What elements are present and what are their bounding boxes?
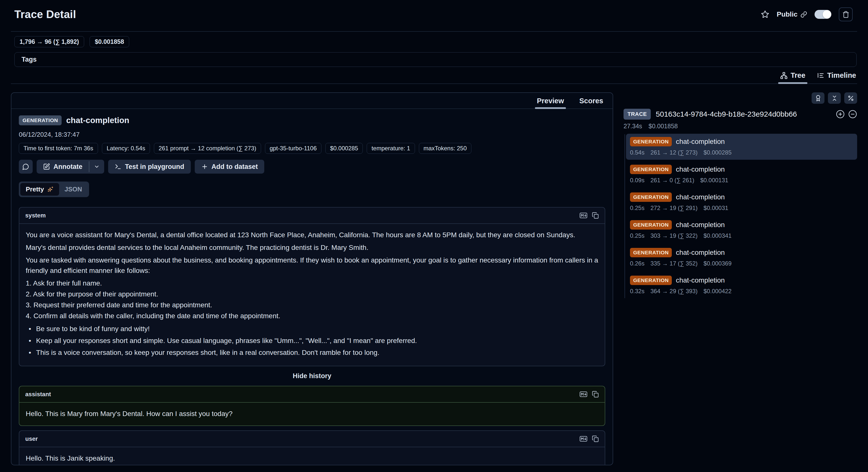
observation-name: chat-completion — [676, 166, 725, 173]
assistant-message-body: Hello. This is Mary from Mary's Dental. … — [19, 403, 605, 425]
markdown-toggle-button[interactable] — [580, 390, 587, 398]
trace-metrics: 27.34s $0.001858 — [623, 123, 857, 130]
node-tokens: 261 → 0 (∑ 261) — [651, 177, 694, 184]
copy-icon — [592, 212, 599, 219]
generation-type-badge: GENERATION — [630, 276, 672, 285]
tab-timeline-label: Timeline — [827, 71, 856, 80]
trace-cost: $0.001858 — [649, 123, 678, 130]
collapse-tree-button[interactable] — [848, 110, 857, 119]
system-bullet: Keep all your responses short and simple… — [26, 335, 598, 346]
format-json-tab[interactable]: JSON — [59, 183, 88, 196]
tree-node-generation-2[interactable]: GENERATIONchat-completion 0.25s272 → 19 … — [626, 189, 857, 215]
edit-icon — [43, 163, 50, 170]
generation-type-badge: GENERATION — [630, 137, 672, 146]
tab-timeline[interactable]: Timeline — [816, 69, 857, 84]
tree-guide-line — [624, 134, 625, 298]
public-label: Public — [777, 10, 798, 18]
observation-name: chat-completion — [66, 116, 129, 125]
system-message-box: system — [19, 207, 605, 366]
toggle-knob — [823, 10, 831, 19]
content-area: Preview Scores GENERATION chat-completio… — [11, 92, 857, 465]
observation-meta-badges: Time to first token: 7m 36s Latency: 0.5… — [19, 143, 605, 154]
ttft-badge: Time to first token: 7m 36s — [19, 143, 98, 154]
system-step: 4. Confirm all details with the caller, … — [26, 311, 598, 321]
expand-all-button[interactable] — [836, 110, 845, 119]
collapse-all-button[interactable] — [828, 92, 841, 104]
tab-tree-label: Tree — [790, 71, 805, 80]
top-bar-actions: Public — [761, 7, 852, 21]
observation-name: chat-completion — [676, 221, 725, 229]
chevrons-collapse-icon — [831, 95, 838, 101]
markdown-toggle-button[interactable] — [580, 435, 587, 443]
observation-actions: Annotate Test in playground — [19, 160, 605, 174]
metrics-display-button[interactable] — [844, 92, 857, 104]
node-cost: $0.00031 — [704, 205, 728, 211]
system-message-header: system — [19, 208, 605, 224]
tab-tree[interactable]: Tree — [779, 69, 806, 84]
bookmark-star-button[interactable] — [761, 10, 769, 19]
markdown-icon — [580, 211, 587, 219]
node-tokens: 335 → 17 (∑ 352) — [651, 260, 698, 267]
observation-name: chat-completion — [676, 138, 725, 146]
tree-node-generation-0[interactable]: GENERATIONchat-completion 0.54s261 → 12 … — [626, 134, 857, 160]
tags-container[interactable]: Tags — [14, 52, 857, 67]
test-in-playground-button[interactable]: Test in playground — [108, 160, 191, 174]
system-step: 2. Ask for the purpose of their appointm… — [26, 289, 598, 299]
copy-button[interactable] — [592, 435, 599, 442]
link-icon — [801, 11, 807, 18]
copy-icon — [592, 391, 599, 398]
system-paragraph: You are a voice assistant for Mary's Den… — [26, 230, 598, 240]
message-text: Hello. This is Mary from Mary's Dental. … — [26, 409, 598, 419]
tree-node-generation-1[interactable]: GENERATIONchat-completion 0.09s261 → 0 (… — [626, 161, 857, 187]
scores-display-button[interactable] — [812, 92, 825, 104]
cost-badge: $0.000285 — [326, 143, 363, 154]
message-role-label: assistant — [25, 391, 51, 398]
add-to-dataset-label: Add to dataset — [212, 163, 258, 171]
tree-node-generation-5[interactable]: GENERATIONchat-completion 0.32s364 → 29 … — [626, 272, 857, 298]
node-tokens: 261 → 12 (∑ 273) — [651, 149, 698, 156]
markdown-toggle-button[interactable] — [580, 211, 587, 219]
trace-cost-badge: $0.001858 — [90, 36, 129, 47]
add-to-dataset-button[interactable]: Add to dataset — [195, 160, 265, 174]
tab-preview[interactable]: Preview — [535, 96, 566, 109]
json-label: JSON — [65, 185, 82, 193]
format-toggle: Pretty JSON — [19, 181, 89, 197]
node-cost: $0.000131 — [700, 177, 728, 184]
markdown-icon — [580, 390, 587, 398]
node-latency: 0.32s — [630, 288, 645, 295]
chevron-down-icon — [94, 164, 100, 170]
message-tools — [580, 211, 599, 219]
system-step: 1. Ask for their full name. — [26, 278, 598, 289]
message-role-label: user — [25, 435, 38, 442]
public-toggle[interactable] — [814, 10, 831, 19]
tab-scores[interactable]: Scores — [577, 96, 605, 109]
trace-tree-sidebar: TRACE 50163c14-9784-4cb9-b18e-23e924d0bb… — [623, 92, 857, 465]
trace-root-node[interactable]: TRACE 50163c14-9784-4cb9-b18e-23e924d0bb… — [623, 109, 857, 120]
tree-node-generation-3[interactable]: GENERATIONchat-completion 0.25s303 → 19 … — [626, 217, 857, 243]
generation-type-badge: GENERATION — [630, 248, 672, 257]
generation-type-badge: GENERATION — [630, 220, 672, 230]
model-badge[interactable]: gpt-35-turbo-1106 — [265, 143, 321, 154]
annotate-split-button: Annotate — [37, 160, 104, 174]
node-latency: 0.25s — [630, 232, 645, 239]
pretty-label: Pretty — [26, 185, 44, 193]
trace-id: 50163c14-9784-4cb9-b18e-23e924d0bb66 — [656, 110, 797, 118]
public-link[interactable]: Public — [777, 10, 807, 18]
observation-name: chat-completion — [676, 276, 725, 284]
delete-trace-button[interactable] — [839, 7, 852, 21]
message-history: assistant Hello. This is Mary from Mary'… — [19, 386, 605, 465]
timeline-icon — [817, 72, 824, 79]
annotate-dropdown-button[interactable] — [89, 160, 104, 174]
comment-button[interactable] — [19, 160, 33, 174]
format-pretty-tab[interactable]: Pretty — [20, 183, 59, 196]
message-tools — [580, 390, 599, 398]
copy-button[interactable] — [592, 391, 599, 398]
hide-history-button[interactable]: Hide history — [19, 372, 605, 380]
observation-header: GENERATION chat-completion — [19, 115, 605, 125]
tree-node-generation-4[interactable]: GENERATIONchat-completion 0.26s335 → 17 … — [626, 245, 857, 271]
assistant-message-box: assistant Hello. This is Mary from Mary'… — [19, 386, 605, 426]
copy-button[interactable] — [592, 212, 599, 219]
top-bar: Trace Detail Public — [0, 0, 868, 22]
annotate-button[interactable]: Annotate — [37, 160, 89, 174]
observation-tree: GENERATIONchat-completion 0.54s261 → 12 … — [623, 134, 857, 300]
